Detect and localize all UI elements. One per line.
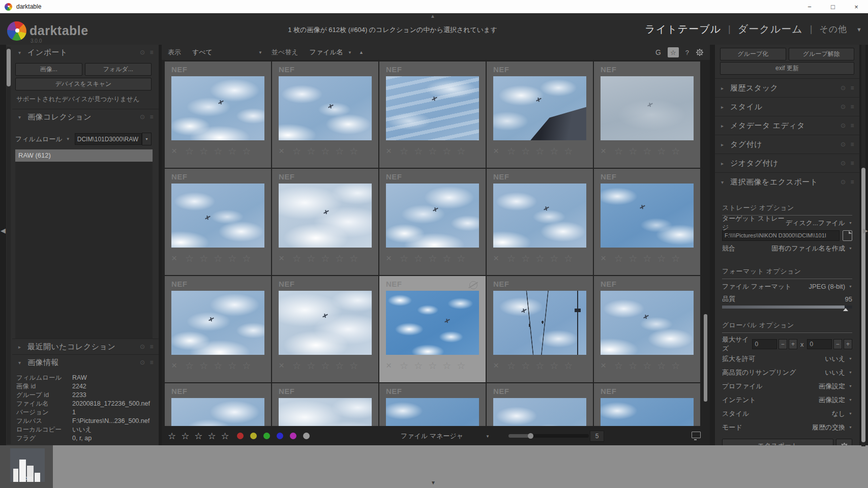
star-icon[interactable]: ☆ bbox=[185, 253, 194, 264]
thumbnail-cell[interactable]: NEF × ☆☆☆☆☆ bbox=[379, 383, 486, 426]
thumbnail-cell[interactable]: NEF × ☆☆☆☆☆ bbox=[594, 169, 700, 275]
star-icon[interactable]: ☆ bbox=[457, 145, 465, 157]
star-icon[interactable]: ☆ bbox=[228, 145, 236, 157]
thumbnail-photo[interactable] bbox=[493, 76, 586, 140]
pick-folder-icon[interactable] bbox=[843, 230, 852, 241]
color-label-dot[interactable] bbox=[263, 433, 270, 439]
color-label-dot[interactable] bbox=[250, 433, 257, 439]
star-icon[interactable]: ☆ bbox=[414, 145, 423, 157]
thumbnail-photo[interactable] bbox=[601, 184, 694, 248]
zoom-value[interactable]: 5 bbox=[590, 431, 604, 442]
star-icon[interactable]: ☆ bbox=[442, 145, 451, 157]
sort-combo[interactable]: 並べ替え ファイル名 ▼ bbox=[272, 48, 352, 57]
export-module-header[interactable]: ▾ 選択画像をエクスポート ⊙ ≡ bbox=[715, 172, 859, 191]
module-header[interactable]: ▸ タグ付け ⊙ ≡ bbox=[715, 135, 859, 154]
file-format-caret-icon[interactable]: ▼ bbox=[849, 285, 852, 288]
star-icon[interactable]: ☆ bbox=[321, 145, 330, 157]
export-option-row[interactable]: プロファイル 画像設定 ▼ bbox=[722, 380, 852, 392]
collapse-top-panel-icon[interactable]: ▲ bbox=[430, 13, 435, 19]
reject-icon[interactable]: × bbox=[279, 145, 284, 157]
star-icon[interactable]: ☆ bbox=[349, 253, 358, 264]
color-label-dot[interactable] bbox=[290, 433, 296, 439]
star-icon[interactable]: ☆ bbox=[335, 145, 344, 157]
preferences-gear-icon[interactable] bbox=[696, 48, 704, 56]
thumbnail-cell[interactable]: NEF × ☆☆☆☆☆ bbox=[165, 169, 271, 275]
star-icon[interactable]: ☆ bbox=[442, 360, 451, 372]
star-icon[interactable]: ☆ bbox=[335, 253, 344, 264]
grouping-toggle-icon[interactable]: G bbox=[655, 48, 661, 56]
module-header[interactable]: ▸ 履歴スタック ⊙ ≡ bbox=[715, 78, 859, 97]
minimize-button[interactable]: − bbox=[798, 0, 821, 13]
recent-collections-header[interactable]: ▸ 最近開いたコレクション ⊙ ≡ bbox=[12, 339, 159, 354]
toolbar-star-icon[interactable]: ☆ bbox=[194, 431, 202, 442]
thumbnail-photo[interactable] bbox=[171, 398, 264, 426]
reset-icon[interactable]: ⊙ bbox=[841, 103, 846, 110]
max-height-minus-button[interactable]: − bbox=[833, 339, 842, 349]
thumbnail-cell[interactable]: NEF × ☆☆☆☆☆ bbox=[272, 169, 378, 275]
reject-icon[interactable]: × bbox=[601, 360, 606, 371]
reject-icon[interactable]: × bbox=[493, 253, 499, 264]
view-filter-value[interactable]: すべて bbox=[192, 48, 213, 57]
thumbnail-photo[interactable] bbox=[279, 76, 372, 140]
reject-icon[interactable]: × bbox=[171, 145, 177, 157]
reset-icon[interactable]: ⊙ bbox=[140, 113, 145, 120]
star-icon[interactable]: ☆ bbox=[671, 360, 680, 372]
thumbnail-photo[interactable] bbox=[493, 184, 586, 248]
collapse-icon[interactable]: ▸ bbox=[721, 123, 730, 129]
star-icon[interactable]: ☆ bbox=[521, 145, 530, 157]
thumbnail-cell[interactable]: NEF × ☆☆☆☆☆ bbox=[487, 169, 593, 275]
star-icon[interactable]: ☆ bbox=[214, 145, 222, 157]
star-icon[interactable]: ☆ bbox=[307, 253, 315, 264]
star-icon[interactable]: ☆ bbox=[657, 253, 666, 264]
target-storage-value[interactable]: ディスク...ファイル bbox=[786, 219, 845, 228]
thumbnail-photo[interactable] bbox=[279, 398, 372, 426]
presets-icon[interactable]: ≡ bbox=[850, 122, 854, 129]
left-panel-scrollbar[interactable] bbox=[7, 47, 11, 444]
star-icon[interactable]: ☆ bbox=[550, 360, 558, 372]
target-storage-caret-icon[interactable]: ▼ bbox=[849, 221, 852, 225]
reset-icon[interactable]: ⊙ bbox=[140, 359, 145, 366]
max-height-plus-button[interactable]: + bbox=[844, 339, 852, 349]
thumbnail-cell[interactable]: NEF × ☆☆☆☆☆ bbox=[272, 62, 378, 168]
expand-icon[interactable]: ▾ bbox=[721, 179, 730, 185]
conflict-value[interactable]: 固有のファイル名を作成 bbox=[771, 244, 845, 253]
maximize-button[interactable]: □ bbox=[821, 0, 845, 13]
collapse-icon[interactable]: ▸ bbox=[721, 142, 730, 147]
star-icon[interactable]: ☆ bbox=[228, 360, 236, 372]
option-caret-icon[interactable]: ▼ bbox=[849, 398, 852, 402]
thumbnail-cell[interactable]: NEF × ☆☆☆☆☆ bbox=[272, 383, 378, 426]
collapse-icon[interactable]: ▸ bbox=[18, 344, 27, 350]
collapse-icon[interactable]: ▸ bbox=[721, 104, 730, 110]
star-icon[interactable]: ☆ bbox=[657, 360, 666, 372]
layout-mode-combo[interactable]: ファイル マネージャ ▼ bbox=[401, 432, 490, 441]
option-caret-icon[interactable]: ▼ bbox=[849, 384, 852, 388]
thumbnail-cell[interactable]: NEF × ☆☆☆☆☆ bbox=[487, 383, 593, 426]
star-icon[interactable]: ☆ bbox=[185, 360, 194, 372]
overlays-toggle-icon[interactable]: ☆ bbox=[668, 47, 679, 57]
view-filter-combo[interactable]: 表示 すべて ▼ bbox=[168, 48, 262, 57]
star-icon[interactable]: ☆ bbox=[643, 360, 651, 372]
star-icon[interactable]: ☆ bbox=[671, 253, 680, 264]
thumbnail-cell[interactable]: NEF × ☆☆☆☆☆ bbox=[487, 62, 593, 168]
collapse-bottom-panel-icon[interactable]: ▼ bbox=[431, 480, 436, 485]
star-icon[interactable]: ☆ bbox=[628, 145, 637, 157]
export-option-row[interactable]: 拡大を許可 いいえ ▼ bbox=[722, 352, 852, 365]
option-caret-icon[interactable]: ▼ bbox=[849, 412, 852, 415]
import-section-header[interactable]: ▾ インポート ⊙ ≡ bbox=[12, 45, 159, 60]
color-label-dot[interactable] bbox=[277, 433, 283, 439]
star-icon[interactable]: ☆ bbox=[242, 253, 251, 264]
thumbnail-photo[interactable] bbox=[493, 291, 586, 355]
thumbnail-photo[interactable] bbox=[601, 398, 694, 426]
reject-icon[interactable]: × bbox=[386, 253, 392, 264]
reset-icon[interactable]: ⊙ bbox=[841, 122, 846, 129]
module-header[interactable]: ▸ スタイル ⊙ ≡ bbox=[715, 97, 859, 116]
view-filter-caret-icon[interactable]: ▼ bbox=[258, 50, 262, 55]
toolbar-star-icon[interactable]: ☆ bbox=[181, 431, 189, 442]
reject-icon[interactable]: × bbox=[493, 360, 499, 371]
star-icon[interactable]: ☆ bbox=[185, 145, 194, 157]
thumbnail-cell[interactable]: NEF × ☆☆☆☆☆ bbox=[594, 276, 700, 382]
option-value[interactable]: 画像設定 bbox=[819, 395, 845, 405]
star-icon[interactable]: ☆ bbox=[535, 145, 544, 157]
reject-icon[interactable]: × bbox=[601, 145, 606, 157]
import-image-button[interactable]: 画像... bbox=[15, 63, 82, 76]
